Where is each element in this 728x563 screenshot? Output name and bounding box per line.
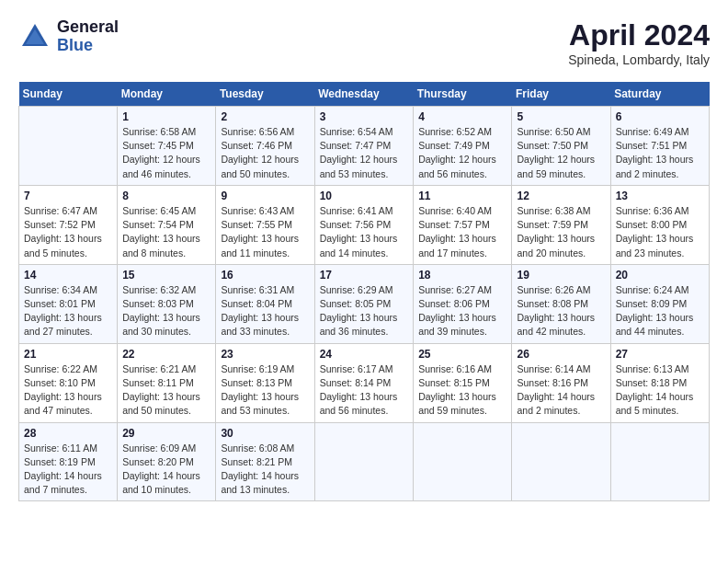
day-number: 17 <box>320 269 409 282</box>
header-day-monday: Monday <box>118 82 216 107</box>
day-info: Sunrise: 6:34 AMSunset: 8:01 PMDaylight:… <box>24 283 112 339</box>
day-number: 6 <box>616 110 704 123</box>
calendar-day-cell: 18Sunrise: 6:27 AMSunset: 8:06 PMDayligh… <box>414 264 512 343</box>
day-info: Sunrise: 6:14 AMSunset: 8:16 PMDaylight:… <box>517 362 605 419</box>
logo-icon <box>18 20 51 53</box>
calendar-day-cell: 6Sunrise: 6:49 AMSunset: 7:51 PMDaylight… <box>610 107 709 186</box>
day-info: Sunrise: 6:38 AMSunset: 7:59 PMDaylight:… <box>517 204 605 260</box>
header-day-saturday: Saturday <box>610 82 709 107</box>
day-number: 5 <box>517 110 605 123</box>
day-number: 20 <box>616 269 704 282</box>
day-number: 24 <box>320 348 409 361</box>
location: Spineda, Lombardy, Italy <box>568 52 710 67</box>
calendar-day-cell: 19Sunrise: 6:26 AMSunset: 8:08 PMDayligh… <box>512 264 610 343</box>
day-number: 1 <box>122 110 210 123</box>
day-info: Sunrise: 6:41 AMSunset: 7:56 PMDaylight:… <box>320 204 409 260</box>
calendar-day-cell: 9Sunrise: 6:43 AMSunset: 7:55 PMDaylight… <box>216 185 314 264</box>
day-number: 19 <box>517 269 605 282</box>
day-info: Sunrise: 6:29 AMSunset: 8:05 PMDaylight:… <box>320 283 409 339</box>
day-number: 10 <box>320 190 409 202</box>
day-number: 21 <box>24 348 112 361</box>
day-info: Sunrise: 6:43 AMSunset: 7:55 PMDaylight:… <box>221 204 309 260</box>
day-number: 14 <box>24 269 112 282</box>
calendar-day-cell: 28Sunrise: 6:11 AMSunset: 8:19 PMDayligh… <box>19 422 118 501</box>
month-title: April 2024 <box>568 18 710 52</box>
logo: General Blue <box>18 18 119 55</box>
header-day-friday: Friday <box>512 82 610 107</box>
calendar-day-cell: 23Sunrise: 6:19 AMSunset: 8:13 PMDayligh… <box>216 343 314 422</box>
day-info: Sunrise: 6:47 AMSunset: 7:52 PMDaylight:… <box>24 204 112 260</box>
calendar-day-cell: 29Sunrise: 6:09 AMSunset: 8:20 PMDayligh… <box>118 422 216 501</box>
title-area: April 2024 Spineda, Lombardy, Italy <box>568 18 710 67</box>
day-number: 7 <box>24 190 112 202</box>
calendar-week-row: 7Sunrise: 6:47 AMSunset: 7:52 PMDaylight… <box>19 185 710 264</box>
header-day-sunday: Sunday <box>19 82 118 107</box>
day-info: Sunrise: 6:31 AMSunset: 8:04 PMDaylight:… <box>221 283 309 339</box>
day-info: Sunrise: 6:49 AMSunset: 7:51 PMDaylight:… <box>616 125 704 181</box>
header-day-tuesday: Tuesday <box>216 82 314 107</box>
day-number: 13 <box>616 190 704 202</box>
calendar-day-cell: 15Sunrise: 6:32 AMSunset: 8:03 PMDayligh… <box>118 264 216 343</box>
calendar-day-cell: 11Sunrise: 6:40 AMSunset: 7:57 PMDayligh… <box>414 185 512 264</box>
day-info: Sunrise: 6:11 AMSunset: 8:19 PMDaylight:… <box>24 442 112 498</box>
header-day-thursday: Thursday <box>414 82 512 107</box>
day-info: Sunrise: 6:36 AMSunset: 8:00 PMDaylight:… <box>616 204 704 260</box>
calendar-day-cell: 8Sunrise: 6:45 AMSunset: 7:54 PMDaylight… <box>118 185 216 264</box>
calendar-day-cell: 14Sunrise: 6:34 AMSunset: 8:01 PMDayligh… <box>19 264 118 343</box>
calendar-day-cell: 24Sunrise: 6:17 AMSunset: 8:14 PMDayligh… <box>314 343 414 422</box>
calendar-day-cell: 7Sunrise: 6:47 AMSunset: 7:52 PMDaylight… <box>19 185 118 264</box>
day-info: Sunrise: 6:17 AMSunset: 8:14 PMDaylight:… <box>320 362 409 419</box>
calendar-day-cell: 5Sunrise: 6:50 AMSunset: 7:50 PMDaylight… <box>512 107 610 186</box>
calendar-header-row: SundayMondayTuesdayWednesdayThursdayFrid… <box>19 82 710 107</box>
day-info: Sunrise: 6:19 AMSunset: 8:13 PMDaylight:… <box>221 362 309 419</box>
day-info: Sunrise: 6:08 AMSunset: 8:21 PMDaylight:… <box>221 442 309 498</box>
day-info: Sunrise: 6:26 AMSunset: 8:08 PMDaylight:… <box>517 283 605 339</box>
day-number: 30 <box>221 427 309 440</box>
day-info: Sunrise: 6:21 AMSunset: 8:11 PMDaylight:… <box>122 362 210 419</box>
day-number: 26 <box>517 348 605 361</box>
calendar-day-cell: 30Sunrise: 6:08 AMSunset: 8:21 PMDayligh… <box>216 422 314 501</box>
day-number: 18 <box>418 269 506 282</box>
calendar-day-cell: 1Sunrise: 6:58 AMSunset: 7:45 PMDaylight… <box>118 107 216 186</box>
day-info: Sunrise: 6:24 AMSunset: 8:09 PMDaylight:… <box>616 283 704 339</box>
calendar-day-cell <box>610 422 709 501</box>
calendar-day-cell: 13Sunrise: 6:36 AMSunset: 8:00 PMDayligh… <box>610 185 709 264</box>
header: General Blue April 2024 Spineda, Lombard… <box>18 18 710 67</box>
day-number: 2 <box>221 110 309 123</box>
day-info: Sunrise: 6:40 AMSunset: 7:57 PMDaylight:… <box>418 204 506 260</box>
calendar-day-cell: 12Sunrise: 6:38 AMSunset: 7:59 PMDayligh… <box>512 185 610 264</box>
calendar-week-row: 1Sunrise: 6:58 AMSunset: 7:45 PMDaylight… <box>19 107 710 186</box>
day-number: 3 <box>320 110 409 123</box>
calendar-day-cell <box>314 422 414 501</box>
logo-line2: Blue <box>57 37 119 55</box>
day-info: Sunrise: 6:56 AMSunset: 7:46 PMDaylight:… <box>221 125 309 181</box>
day-info: Sunrise: 6:54 AMSunset: 7:47 PMDaylight:… <box>320 125 409 181</box>
day-number: 11 <box>418 190 506 202</box>
calendar-day-cell: 10Sunrise: 6:41 AMSunset: 7:56 PMDayligh… <box>314 185 414 264</box>
day-number: 12 <box>517 190 605 202</box>
calendar-day-cell: 3Sunrise: 6:54 AMSunset: 7:47 PMDaylight… <box>314 107 414 186</box>
calendar-day-cell: 22Sunrise: 6:21 AMSunset: 8:11 PMDayligh… <box>118 343 216 422</box>
day-number: 29 <box>122 427 210 440</box>
day-number: 23 <box>221 348 309 361</box>
day-info: Sunrise: 6:32 AMSunset: 8:03 PMDaylight:… <box>122 283 210 339</box>
day-number: 27 <box>616 348 704 361</box>
day-info: Sunrise: 6:16 AMSunset: 8:15 PMDaylight:… <box>418 362 506 419</box>
day-number: 25 <box>418 348 506 361</box>
calendar-day-cell: 17Sunrise: 6:29 AMSunset: 8:05 PMDayligh… <box>314 264 414 343</box>
day-number: 8 <box>122 190 210 202</box>
calendar-week-row: 28Sunrise: 6:11 AMSunset: 8:19 PMDayligh… <box>19 422 710 501</box>
calendar-day-cell <box>19 107 118 186</box>
day-info: Sunrise: 6:58 AMSunset: 7:45 PMDaylight:… <box>122 125 210 181</box>
calendar-day-cell: 2Sunrise: 6:56 AMSunset: 7:46 PMDaylight… <box>216 107 314 186</box>
calendar-day-cell: 4Sunrise: 6:52 AMSunset: 7:49 PMDaylight… <box>414 107 512 186</box>
calendar-day-cell <box>414 422 512 501</box>
logo-text: General Blue <box>57 18 119 55</box>
calendar-day-cell: 20Sunrise: 6:24 AMSunset: 8:09 PMDayligh… <box>610 264 709 343</box>
calendar-week-row: 14Sunrise: 6:34 AMSunset: 8:01 PMDayligh… <box>19 264 710 343</box>
day-info: Sunrise: 6:50 AMSunset: 7:50 PMDaylight:… <box>517 125 605 181</box>
calendar-day-cell: 21Sunrise: 6:22 AMSunset: 8:10 PMDayligh… <box>19 343 118 422</box>
day-number: 22 <box>122 348 210 361</box>
calendar-day-cell: 25Sunrise: 6:16 AMSunset: 8:15 PMDayligh… <box>414 343 512 422</box>
day-number: 15 <box>122 269 210 282</box>
